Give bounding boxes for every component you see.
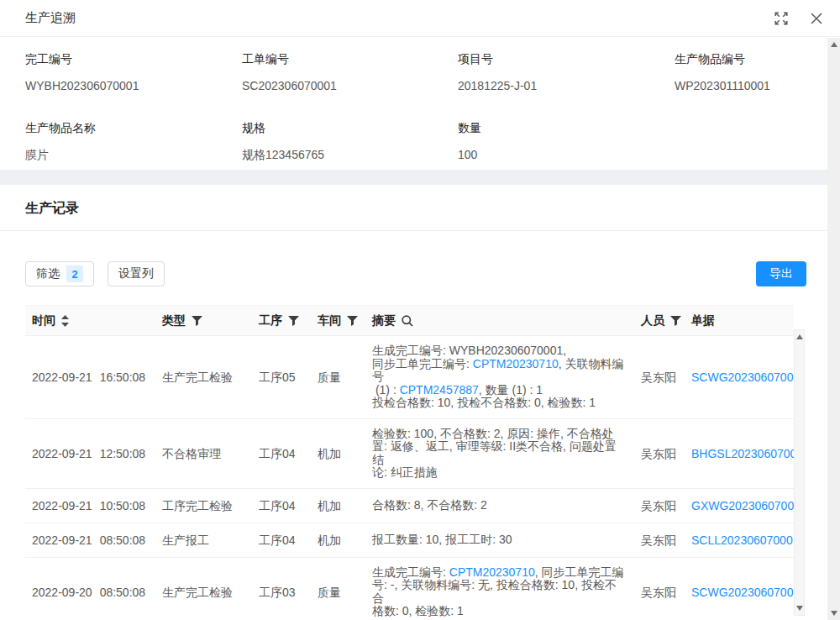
col-header-inner: 摘要	[372, 313, 627, 328]
doc-link[interactable]: GXWG20230607000	[691, 499, 794, 512]
production-trace-modal: 生产追溯 完工编号WYBH202306070001工单编号SC202306070…	[0, 0, 840, 620]
col-header-label: 类型	[162, 313, 186, 328]
table-scroll-up-arrow[interactable]	[796, 334, 803, 339]
col-header-workshop[interactable]: 车间	[311, 306, 365, 336]
table-scroll-down-arrow[interactable]	[796, 606, 803, 611]
doc-link[interactable]: SCWG20230607000	[691, 370, 794, 384]
info-field: 生产物品编号WP202301110001	[675, 52, 815, 92]
col-header-inner: 时间	[32, 313, 149, 328]
filter-icon[interactable]	[347, 316, 358, 326]
cell-person: 吴东阳	[634, 488, 685, 523]
cell-type: 不合格审理	[155, 418, 252, 488]
col-header-time[interactable]: 时间	[25, 306, 155, 336]
cell-workshop: 质量	[311, 557, 365, 620]
doc-link[interactable]: SCWG20230607000	[691, 586, 794, 599]
page-scroll-down-arrow[interactable]	[831, 611, 837, 616]
doc-link[interactable]: SCLL202306070001	[691, 533, 794, 547]
fullscreen-icon[interactable]	[774, 12, 788, 25]
cell-workshop: 机加	[311, 523, 365, 557]
cell-summary: 生成完工编号: CPTM20230710, 同步工单完工编 号: -, 关联物料…	[365, 557, 634, 620]
filter-button-label: 筛选	[36, 266, 60, 281]
info-field-value: WYBH202306070001	[25, 79, 242, 92]
cell-person: 吴东阳	[634, 418, 685, 488]
col-header-label: 车间	[318, 313, 341, 328]
cell-time: 2022-09-2116:50:08	[25, 336, 155, 419]
set-columns-label: 设置列	[118, 266, 154, 281]
filter-icon[interactable]	[670, 316, 681, 326]
records-toolbar: 筛选 2 设置列 导出	[0, 231, 840, 305]
table-header-row: 时间类型工序车间摘要人员单据	[25, 306, 794, 336]
filter-icon[interactable]	[288, 316, 299, 326]
modal-header-actions	[774, 12, 823, 25]
summary-doc-link[interactable]: CPTM20230710	[473, 357, 559, 370]
info-field-label: 生产物品编号	[675, 52, 815, 67]
cell-clock-text: 10:50:08	[100, 499, 146, 512]
summary-doc-link[interactable]: CPTM2457887	[400, 383, 479, 397]
cell-workshop: 机加	[311, 418, 365, 488]
table-scrollbar[interactable]	[794, 329, 805, 616]
filter-count-badge: 2	[66, 265, 83, 282]
info-field: 数量100	[458, 121, 675, 163]
table-row: 2022-09-2116:50:08生产完工检验工序05质量生成完工编号: WY…	[25, 336, 794, 419]
col-header-label: 人员	[641, 313, 664, 328]
cell-doc: SCWG20230607000	[685, 336, 794, 419]
filter-button[interactable]: 筛选 2	[25, 261, 94, 286]
page-scrollbar[interactable]	[827, 38, 840, 620]
table-row: 2022-09-2108:50:08生产报工工序04机加报工数量: 10, 报工…	[25, 523, 794, 557]
table-row: 2022-09-2008:50:08生产完工检验工序03质量生成完工编号: CP…	[25, 557, 794, 620]
cell-clock-text: 08:50:08	[100, 533, 146, 547]
modal-title: 生产追溯	[25, 10, 76, 26]
summary-doc-link[interactable]: CPTM20230710	[449, 565, 535, 579]
cell-clock-text: 12:50:08	[100, 447, 146, 460]
cell-date-text: 2022-09-21	[32, 447, 92, 460]
close-icon[interactable]	[810, 12, 823, 25]
search-icon[interactable]	[402, 315, 413, 327]
cell-workshop: 质量	[311, 336, 365, 419]
cell-person: 吴东阳	[634, 336, 685, 419]
col-header-label: 时间	[32, 313, 55, 328]
cell-time: 2022-09-2108:50:08	[25, 523, 155, 557]
section-divider	[0, 170, 840, 185]
col-header-doc[interactable]: 单据	[685, 306, 794, 336]
info-field: 工单编号SC202306070001	[242, 52, 458, 92]
page-scroll-up-arrow[interactable]	[831, 42, 837, 47]
cell-doc: SCWG20230607000	[685, 557, 794, 620]
info-field-label: 规格	[242, 121, 458, 136]
info-field-label: 数量	[458, 121, 675, 136]
table-row: 2022-09-2110:50:08工序完工检验工序04机加合格数: 8, 不合…	[25, 488, 794, 523]
info-field-value: 20181225-J-01	[458, 79, 675, 92]
sort-icon[interactable]	[61, 315, 69, 327]
doc-link[interactable]: BHGSL2023060700	[691, 447, 794, 460]
col-header-process[interactable]: 工序	[252, 306, 311, 336]
info-field: 完工编号WYBH202306070001	[25, 52, 242, 92]
col-header-inner: 工序	[259, 313, 304, 328]
col-header-type[interactable]: 类型	[155, 306, 252, 336]
cell-time: 2022-09-2008:50:08	[25, 557, 155, 620]
cell-summary: 检验数: 100, 不合格数: 2, 原因: 操作, 不合格处 置: 返修、返工…	[365, 418, 634, 488]
cell-workshop: 机加	[311, 488, 365, 523]
export-button[interactable]: 导出	[756, 261, 806, 286]
filter-icon[interactable]	[192, 316, 202, 326]
info-field-value: 规格123456765	[242, 148, 458, 163]
col-header-label: 摘要	[372, 313, 396, 328]
col-header-person[interactable]: 人员	[634, 306, 685, 336]
col-header-label: 单据	[691, 313, 715, 328]
info-field-label: 完工编号	[25, 52, 242, 67]
cell-person: 吴东阳	[634, 557, 685, 620]
cell-person: 吴东阳	[634, 523, 685, 557]
cell-process: 工序05	[252, 336, 311, 419]
info-field-label: 项目号	[458, 52, 675, 67]
info-field-label: 生产物品名称	[25, 121, 242, 136]
cell-type: 生产完工检验	[155, 336, 252, 419]
col-header-summary[interactable]: 摘要	[365, 306, 634, 336]
cell-summary: 合格数: 8, 不合格数: 2	[365, 488, 634, 523]
cell-type: 工序完工检验	[155, 488, 252, 523]
set-columns-button[interactable]: 设置列	[108, 261, 165, 286]
cell-doc: BHGSL2023060700	[685, 418, 794, 488]
col-header-inner: 车间	[318, 313, 359, 328]
cell-doc: SCLL202306070001	[685, 523, 794, 557]
info-grid: 完工编号WYBH202306070001工单编号SC202306070001项目…	[0, 37, 840, 170]
col-header-inner: 单据	[691, 313, 787, 328]
cell-process: 工序04	[252, 523, 311, 557]
cell-date-text: 2022-09-20	[32, 586, 92, 599]
